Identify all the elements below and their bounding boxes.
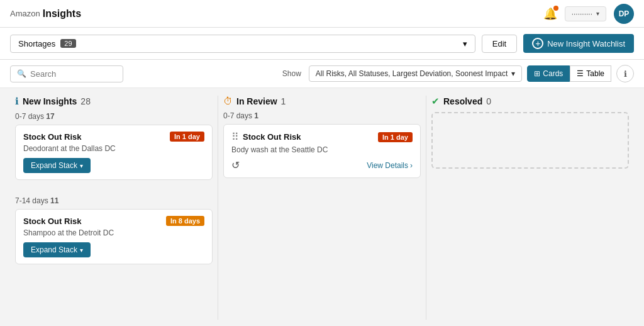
urgency-badge: In 8 days	[166, 216, 204, 226]
filter-value: All Risks, All Statuses, Largest Deviati…	[316, 69, 508, 78]
resolved-title: Resolved	[443, 96, 482, 106]
column-in-review: ⏱In Review10-7 days 1⠿Stock Out RiskIn 1…	[218, 96, 426, 320]
cards-grid-icon: ⊞	[534, 69, 540, 78]
refresh-icon[interactable]: ↺	[231, 159, 240, 171]
new-insights-title: New Insights	[23, 96, 77, 106]
day-range-label: 0-7 days 1	[223, 111, 421, 120]
card-title-group: Stock Out Risk	[23, 216, 81, 226]
in-review-title: In Review	[236, 96, 277, 106]
card-title-group: Stock Out Risk	[23, 132, 81, 142]
card-title: Stock Out Risk	[23, 132, 81, 142]
card-actions: ↺View Details ›	[231, 159, 413, 171]
drag-dots-icon: ⠿	[231, 131, 239, 143]
user-label: ··········	[572, 9, 592, 18]
insight-card: Stock Out RiskIn 8 daysShampoo at the De…	[15, 209, 213, 264]
day-count: 1	[254, 111, 258, 120]
avatar[interactable]: DP	[614, 4, 634, 24]
card-top: Stock Out RiskIn 1 day	[23, 132, 204, 142]
expand-stack-button[interactable]: Expand Stack ▾	[23, 242, 91, 257]
view-details-link[interactable]: View Details ›	[367, 161, 413, 170]
search-input[interactable]	[30, 69, 118, 79]
user-menu[interactable]: ·········· ▾	[565, 6, 606, 21]
filter-right: Show All Risks, All Statuses, Largest De…	[282, 65, 634, 82]
info-icon: ℹ	[624, 69, 627, 79]
shortages-count-badge: 29	[60, 39, 75, 48]
brand-label: Amazon	[10, 9, 40, 18]
new-insights-icon: ℹ	[15, 96, 19, 107]
day-count: 11	[50, 196, 58, 205]
column-resolved: ✔Resolved0	[426, 96, 634, 320]
chevron-right-icon: ›	[410, 161, 413, 170]
resolved-header: ✔Resolved0	[431, 96, 629, 107]
nav-right: 🔔 ·········· ▾ DP	[543, 4, 634, 24]
urgency-badge: In 1 day	[378, 132, 413, 142]
table-view-button[interactable]: ☰ Table	[570, 65, 611, 82]
in-review-count: 1	[281, 96, 286, 106]
filter-chevron-icon: ▾	[511, 69, 515, 78]
insight-card: Stock Out RiskIn 1 dayDeodorant at the D…	[15, 125, 213, 180]
cards-label: Cards	[543, 69, 563, 78]
filter-bar: 🔍 Show All Risks, All Statuses, Largest …	[0, 60, 644, 88]
new-watchlist-button[interactable]: + New Insight Watchlist	[523, 34, 634, 53]
day-range-label: 7-14 days 11	[15, 196, 213, 205]
card-subtitle: Deodorant at the Dallas DC	[23, 144, 204, 153]
card-top: Stock Out RiskIn 8 days	[23, 216, 204, 226]
shortages-label-group: Shortages 29	[18, 39, 76, 48]
search-icon: 🔍	[17, 69, 26, 78]
notification-dot	[553, 6, 558, 11]
resolved-icon: ✔	[431, 96, 440, 107]
table-label: Table	[586, 69, 604, 78]
card-subtitle: Shampoo at the Detroit DC	[23, 228, 204, 237]
chevron-down-icon: ▾	[80, 162, 83, 169]
cards-view-button[interactable]: ⊞ Cards	[527, 65, 570, 82]
card-title-group: ⠿Stock Out Risk	[231, 131, 301, 143]
in-review-icon: ⏱	[223, 96, 233, 106]
in-review-header: ⏱In Review1	[223, 96, 421, 106]
show-label: Show	[282, 69, 301, 78]
card-title: Stock Out Risk	[23, 216, 81, 226]
edit-button[interactable]: Edit	[482, 35, 517, 53]
view-toggle: ⊞ Cards ☰ Table	[527, 65, 611, 82]
resolved-empty-area	[431, 112, 629, 169]
column-new-insights: ℹNew Insights280-7 days 17Stock Out Risk…	[10, 96, 218, 320]
table-icon: ☰	[577, 69, 584, 78]
shortages-dropdown[interactable]: Shortages 29 ▾	[10, 35, 475, 53]
search-box: 🔍	[10, 65, 123, 82]
card-top: ⠿Stock Out RiskIn 1 day	[231, 131, 413, 143]
shortages-name: Shortages	[18, 39, 55, 48]
expand-stack-button[interactable]: Expand Stack ▾	[23, 158, 91, 173]
dropdown-chevron-icon: ▾	[463, 39, 467, 48]
filter-dropdown[interactable]: All Risks, All Statuses, Largest Deviati…	[309, 65, 522, 82]
top-nav: Amazon Insights 🔔 ·········· ▾ DP	[0, 0, 644, 28]
toolbar: Shortages 29 ▾ Edit + New Insight Watchl…	[0, 28, 644, 60]
day-count: 17	[46, 112, 54, 121]
new-watchlist-label: New Insight Watchlist	[547, 39, 625, 48]
new-insights-count: 28	[80, 96, 91, 106]
bell-container: 🔔	[543, 7, 557, 21]
info-button[interactable]: ℹ	[616, 65, 634, 82]
resolved-count: 0	[486, 96, 491, 106]
chevron-down-icon: ▾	[596, 10, 599, 17]
card-title: Stock Out Risk	[243, 132, 301, 142]
day-range-label: 0-7 days 17	[15, 112, 213, 121]
app-title: Insights	[43, 8, 81, 20]
main-content: ℹNew Insights280-7 days 17Stock Out Risk…	[0, 88, 644, 326]
new-insights-header: ℹNew Insights28	[15, 96, 213, 107]
card-subtitle: Body wash at the Seattle DC	[231, 145, 413, 154]
urgency-badge: In 1 day	[170, 132, 204, 142]
brand-area: Amazon Insights	[10, 8, 81, 20]
chevron-down-icon: ▾	[80, 247, 83, 254]
plus-circle-icon: +	[532, 38, 543, 49]
insight-card: ⠿Stock Out RiskIn 1 dayBody wash at the …	[223, 124, 421, 178]
